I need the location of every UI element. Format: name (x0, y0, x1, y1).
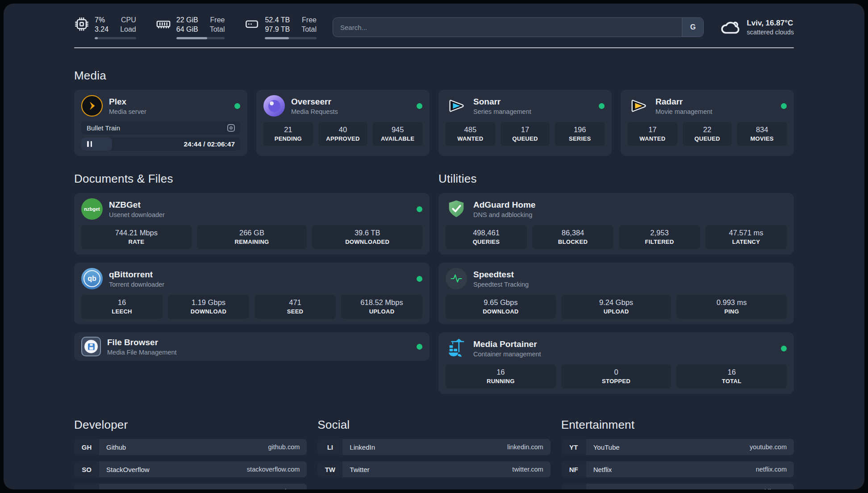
cpu-load-avg: 3.24 (95, 25, 108, 34)
status-dot (599, 103, 605, 109)
status-dot (417, 206, 422, 212)
link-name: YouTube (593, 443, 620, 451)
service-name: Radarr (655, 97, 712, 107)
search-engine-button[interactable]: G (682, 18, 703, 37)
stat-tile: 744.21 MbpsRATE (81, 225, 192, 249)
radarr-icon (628, 95, 649, 117)
service-card-filebrowser[interactable]: File Browser Media File Management (74, 332, 430, 361)
stat-tile: 485WANTED (446, 122, 495, 146)
service-subtitle: Media File Management (107, 349, 177, 356)
link-item-netflix[interactable]: NF Netflixnetflix.com (561, 461, 794, 477)
stat-tile: 9.65 GbpsDOWNLOAD (446, 295, 556, 319)
stat-tile: 16TOTAL (676, 364, 787, 389)
service-name: Media Portainer (473, 339, 541, 349)
section-title-documents: Documents & Files (74, 172, 430, 186)
link-abbr: RE (561, 484, 586, 489)
stat-tile: 86,384BLOCKED (532, 225, 613, 249)
service-subtitle: DNS and adblocking (473, 211, 535, 218)
service-subtitle: Media server (109, 108, 146, 115)
portainer-icon (446, 338, 467, 359)
link-item-linkedin[interactable]: LI LinkedInlinkedin.com (317, 439, 550, 455)
section-developer: Developer GH Githubgithub.com SO StackOv… (74, 418, 307, 489)
stat-tile: 16LEECH (81, 295, 163, 319)
playback-progress-bar: 24:44 / 02:06:47 (81, 138, 240, 150)
cpu-label: CPU (120, 15, 136, 25)
stat-tile: 498,461QUERIES (446, 225, 527, 249)
link-name: Reddit (593, 488, 613, 489)
stat-tile: 1.19 GbpsDOWNLOAD (168, 295, 249, 319)
qbittorrent-icon: qb (81, 268, 103, 289)
disk-label-total: Total (301, 25, 317, 34)
service-subtitle: Usenet downloader (109, 211, 165, 218)
status-dot (781, 346, 787, 351)
weather-location-temp: Lviv, 16.87°C (747, 19, 794, 28)
link-item-stackoverflow[interactable]: SO StackOverflowstackoverflow.com (74, 461, 307, 477)
link-url: reddit.com (756, 488, 787, 489)
service-card-adguard[interactable]: AdGuard Home DNS and adblocking 498,461Q… (438, 193, 794, 255)
link-abbr: LI (317, 439, 342, 455)
service-card-radarr[interactable]: Radarr Movie management 17WANTED 22QUEUE… (621, 90, 794, 156)
service-card-qbittorrent[interactable]: qb qBittorrent Torrent downloader 16LEEC… (74, 263, 430, 324)
service-card-overseerr[interactable]: Overseerr Media Requests 21PENDING 40APP… (256, 90, 430, 156)
stat-tile: 17QUEUED (501, 122, 550, 146)
cpu-value: 7% (95, 15, 108, 25)
section-media: Media Plex Media server Bullet (74, 69, 794, 156)
section-title-developer: Developer (74, 418, 307, 432)
section-title-media: Media (74, 69, 794, 83)
cloud-icon (720, 17, 740, 38)
ram-progress-bar (176, 37, 225, 39)
stat-tile: 618.52 MbpsUPLOAD (341, 295, 422, 319)
link-abbr: DT (74, 484, 99, 489)
link-name: Github (106, 443, 126, 451)
now-playing-title: Bullet Train (87, 124, 120, 132)
link-item-github[interactable]: GH Githubgithub.com (74, 439, 307, 455)
status-dot (234, 103, 240, 109)
header-divider (74, 47, 794, 48)
link-url: dev.to (283, 488, 300, 489)
weather-widget: Lviv, 16.87°C scattered clouds (720, 17, 794, 38)
service-name: Overseerr (291, 97, 338, 107)
link-abbr: SO (74, 461, 99, 477)
service-subtitle: Media Requests (291, 108, 338, 115)
section-utilities: Utilities AdGuard Home DNS and adblockin… (438, 172, 794, 394)
ram-label-free: Free (210, 15, 225, 25)
filebrowser-icon (81, 337, 101, 356)
service-card-speedtest[interactable]: Speedtest Speedtest Tracking 9.65 GbpsDO… (438, 263, 794, 324)
service-subtitle: Movie management (655, 108, 712, 115)
disk-progress-bar (265, 37, 317, 39)
ram-free: 22 GiB (176, 15, 198, 25)
service-card-sonarr[interactable]: Sonarr Series management 485WANTED 17QUE… (438, 90, 612, 156)
ram-stat: 22 GiB 64 GiB Free Total (156, 15, 225, 39)
service-card-nzbget[interactable]: nzbget NZBGet Usenet downloader 744.21 M… (74, 193, 430, 255)
service-card-portainer[interactable]: Media Portainer Container management 16R… (438, 332, 794, 394)
stat-tile: 2,953FILTERED (619, 225, 700, 249)
stat-tile: 834MOVIES (737, 122, 787, 146)
service-name: Sonarr (473, 97, 531, 107)
link-url: youtube.com (750, 443, 787, 451)
ram-label-total: Total (210, 25, 225, 34)
stat-tile: 9.24 GbpsUPLOAD (561, 295, 672, 319)
link-item-youtube[interactable]: YT YouTubeyoutube.com (561, 439, 794, 455)
link-name: DEV (106, 488, 120, 489)
link-item-twitter[interactable]: TW Twittertwitter.com (317, 461, 550, 477)
stat-tile: 22QUEUED (683, 122, 732, 146)
stat-tile: 16RUNNING (446, 364, 556, 389)
search-input[interactable] (333, 18, 682, 37)
now-playing-row: Bullet Train (81, 121, 240, 134)
stat-tile: 40APPROVED (318, 122, 368, 146)
overseerr-icon (263, 95, 285, 117)
link-url: netflix.com (756, 466, 787, 473)
service-name: Speedtest (473, 270, 529, 280)
cpu-icon (74, 17, 89, 32)
link-item-reddit[interactable]: RE Redditreddit.com (561, 484, 794, 489)
stat-tile: 945AVAILABLE (373, 122, 422, 146)
search-bar: G (333, 17, 704, 37)
link-name: LinkedIn (350, 443, 375, 451)
link-item-dev[interactable]: DT DEVdev.to (74, 484, 307, 489)
service-name: qBittorrent (109, 270, 164, 280)
stat-tile: 266 GBREMAINING (197, 225, 307, 249)
stat-tile: 196SERIES (555, 122, 605, 146)
service-card-plex[interactable]: Plex Media server Bullet Train 24:44 / 0… (74, 90, 247, 156)
cpu-stat: 7% 3.24 CPU Load (74, 15, 136, 39)
status-dot (781, 103, 787, 109)
